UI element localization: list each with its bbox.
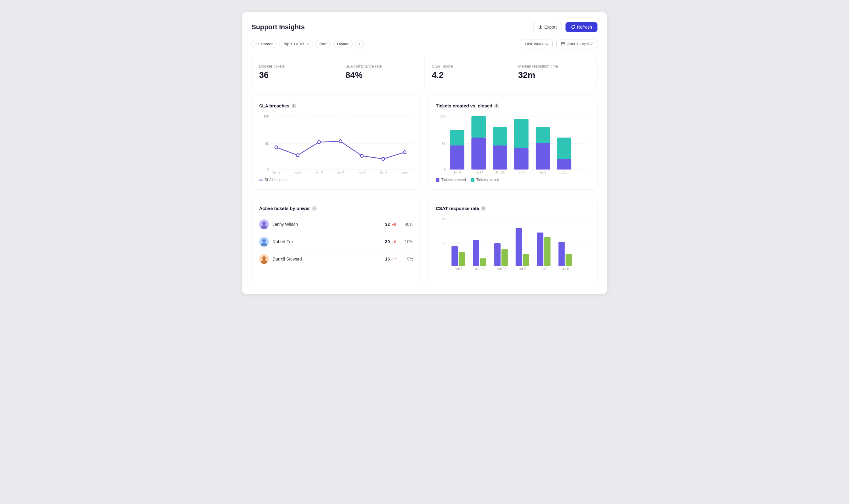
export-button[interactable]: Export xyxy=(533,22,562,32)
svg-text:Jun 4: Jun 4 xyxy=(336,170,344,174)
active-tickets-info-icon[interactable]: i xyxy=(312,206,317,211)
svg-text:Jul 5: Jul 5 xyxy=(562,267,569,271)
svg-rect-63 xyxy=(494,243,501,266)
owner-row-darrell: Darrell Steward 16 +7 9% xyxy=(259,251,413,268)
svg-rect-68 xyxy=(544,237,551,266)
svg-text:Jul 5: Jul 5 xyxy=(561,170,568,174)
svg-text:5K: 5K xyxy=(442,142,446,145)
owner-row-robert: Robert Fox 30 +6 10% xyxy=(259,233,413,251)
filter-tag-owner[interactable]: Owner xyxy=(333,40,353,48)
svg-point-9 xyxy=(318,141,320,144)
svg-rect-70 xyxy=(566,254,572,266)
svg-point-46 xyxy=(262,221,266,225)
svg-text:Jun 6: Jun 6 xyxy=(454,170,461,174)
svg-text:Jun 14: Jun 14 xyxy=(474,170,483,174)
svg-point-12 xyxy=(382,157,385,160)
svg-text:0: 0 xyxy=(444,168,446,172)
svg-text:Jun 5: Jun 5 xyxy=(358,170,366,174)
svg-text:Jun 6: Jun 6 xyxy=(379,170,387,174)
tickets-info-icon[interactable]: i xyxy=(494,104,499,108)
filter-tag-customer[interactable]: Customer xyxy=(251,40,277,48)
csat-chart-card: CSAT response rate i 10K 5K xyxy=(428,198,598,284)
metrics-row: Blocker tickets 36 SLA compliance rate 8… xyxy=(251,57,598,87)
svg-rect-38 xyxy=(557,138,571,159)
svg-point-7 xyxy=(275,146,278,149)
csat-chart-title: CSAT response rate i xyxy=(436,206,590,211)
svg-text:10K: 10K xyxy=(263,114,269,118)
svg-point-49 xyxy=(262,239,266,242)
charts-row: SLA breaches i 10K 5K 0 xyxy=(251,95,598,190)
svg-rect-30 xyxy=(472,116,486,138)
filters-bar: Customer Top 10 ARR ✕ Part Owner + Last … xyxy=(251,39,598,48)
svg-rect-61 xyxy=(473,240,479,266)
svg-text:Jun 1: Jun 1 xyxy=(272,170,280,174)
svg-text:10K: 10K xyxy=(440,217,445,221)
robert-avatar xyxy=(259,237,269,247)
svg-text:5K: 5K xyxy=(442,241,446,245)
filter-tag-part[interactable]: Part xyxy=(316,40,331,48)
tickets-chart-area: 10K 5K 0 xyxy=(436,113,590,174)
svg-text:Jul 5: Jul 5 xyxy=(519,267,526,271)
svg-rect-34 xyxy=(514,119,529,148)
tickets-created-legend: Tickets created xyxy=(436,178,466,182)
metric-csat-score: CSAT score 4.2 xyxy=(425,57,511,87)
metric-resolution-time: Median resolution time 32m xyxy=(511,57,598,87)
svg-rect-0 xyxy=(561,42,565,46)
svg-text:Jun 6: Jun 6 xyxy=(455,267,462,271)
svg-rect-64 xyxy=(501,249,508,266)
page-title: Support Insights xyxy=(251,23,305,31)
calendar-icon xyxy=(561,42,565,46)
svg-point-13 xyxy=(403,151,406,154)
date-preset-select[interactable]: Last Week xyxy=(521,39,553,48)
svg-text:0: 0 xyxy=(267,168,269,172)
svg-point-10 xyxy=(339,140,342,143)
svg-rect-65 xyxy=(516,228,522,266)
filter-tag-arr[interactable]: Top 10 ARR ✕ xyxy=(279,40,313,48)
svg-rect-33 xyxy=(514,148,529,169)
svg-text:Jun 3: Jun 3 xyxy=(315,170,323,174)
chevron-down-icon xyxy=(545,42,549,46)
sla-legend: SLA breaches xyxy=(259,178,413,182)
svg-rect-59 xyxy=(452,246,458,266)
svg-point-11 xyxy=(360,154,363,157)
bottom-row: Active tickets by onwer i Jenny Wilson 3… xyxy=(251,198,598,284)
active-tickets-title: Active tickets by onwer i xyxy=(259,206,413,211)
darrell-avatar xyxy=(259,254,269,264)
svg-text:Jun 14: Jun 14 xyxy=(475,267,485,271)
svg-text:Jun 22: Jun 22 xyxy=(497,267,506,271)
active-tickets-card: Active tickets by onwer i Jenny Wilson 3… xyxy=(251,198,421,284)
svg-rect-31 xyxy=(493,145,507,169)
export-icon xyxy=(538,25,543,29)
svg-rect-35 xyxy=(536,143,550,169)
date-controls: Last Week April 1 - April 7 xyxy=(521,39,598,48)
metric-sla-compliance: SLA compliance rate 84% xyxy=(338,57,425,87)
date-range-display: April 1 - April 7 xyxy=(556,39,598,48)
svg-point-8 xyxy=(296,154,299,157)
sla-chart-title: SLA breaches i xyxy=(259,103,413,108)
svg-text:Jun 22: Jun 22 xyxy=(495,170,505,174)
csat-info-icon[interactable]: i xyxy=(481,206,486,211)
svg-rect-32 xyxy=(493,127,507,145)
csat-chart-area: 10K 5K xyxy=(436,216,590,277)
refresh-icon xyxy=(571,25,575,29)
sla-info-icon[interactable]: i xyxy=(291,104,296,108)
svg-text:10K: 10K xyxy=(440,114,445,118)
svg-text:Jul 5: Jul 5 xyxy=(541,267,548,271)
header-actions: Export Refresh xyxy=(533,22,598,32)
svg-rect-36 xyxy=(536,127,550,143)
refresh-button[interactable]: Refresh xyxy=(566,22,598,32)
svg-rect-29 xyxy=(472,138,486,169)
svg-rect-66 xyxy=(523,254,529,266)
sla-breaches-chart: SLA breaches i 10K 5K 0 xyxy=(251,95,421,190)
owner-row-jenny: Jenny Wilson 32 +8 40% xyxy=(259,216,413,233)
add-filter-button[interactable]: + xyxy=(355,40,364,48)
dashboard-container: Support Insights Export Refresh Customer xyxy=(242,12,607,294)
filter-tags: Customer Top 10 ARR ✕ Part Owner + xyxy=(251,40,364,48)
svg-rect-27 xyxy=(450,145,464,169)
svg-rect-69 xyxy=(559,242,565,266)
svg-text:Jun 7: Jun 7 xyxy=(401,170,408,174)
owner-list: Jenny Wilson 32 +8 40% Robert Fox 30 +6 … xyxy=(259,216,413,268)
tickets-chart-title: Tickets created vs. closed i xyxy=(436,103,590,108)
svg-text:Jul 5: Jul 5 xyxy=(540,170,546,174)
remove-arr-filter[interactable]: ✕ xyxy=(306,42,309,46)
